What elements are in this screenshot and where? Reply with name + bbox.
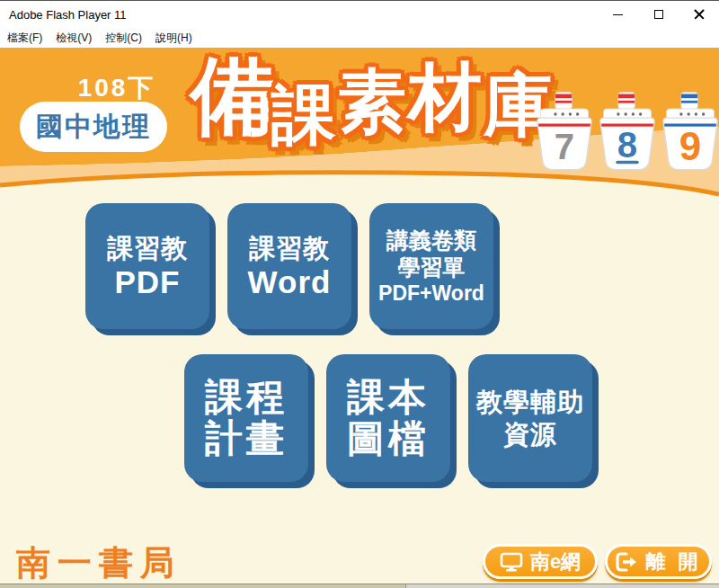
minimize-button[interactable]	[598, 1, 638, 28]
publisher-logo: 南一書局	[16, 540, 182, 586]
logo-char: 備	[191, 49, 275, 142]
button-label: 圖檔	[347, 418, 430, 459]
grade-ships: 7 8	[536, 87, 719, 172]
button-label: PDF+Word	[378, 281, 484, 307]
exit-label: 離 開	[645, 548, 701, 575]
menu-help[interactable]: 說明(H)	[155, 31, 192, 46]
close-icon	[694, 9, 705, 20]
button-label: Word	[248, 264, 332, 300]
button-teaching-aid-resources[interactable]: 教學輔助 資源	[468, 354, 592, 482]
button-label: 課本	[347, 377, 430, 418]
ship-number-8: 8	[617, 125, 637, 165]
button-label: 計畫	[205, 418, 288, 459]
maximize-button[interactable]	[638, 1, 679, 28]
ship-number-7: 7	[555, 127, 574, 167]
button-label: 課習教	[249, 232, 330, 264]
exit-button[interactable]: 離 開	[605, 544, 712, 579]
menu-bar: 檔案(F) 檢視(V) 控制(C) 說明(H)	[0, 28, 719, 48]
nane-web-label: 南e網	[530, 548, 581, 575]
logo-char: 素	[338, 64, 406, 139]
title-bar: Adobe Flash Player 11	[0, 1, 719, 28]
button-label: 課程	[205, 377, 288, 418]
subject-label: 國中地理	[36, 109, 151, 146]
button-label: 教學輔助	[476, 386, 584, 418]
semester-label: 108下	[54, 71, 180, 105]
minimize-icon	[613, 14, 623, 15]
subject-pill: 國中地理	[20, 102, 167, 152]
ship-number-9: 9	[679, 124, 701, 168]
logo-char: 課	[271, 80, 336, 151]
bottom-edge-strip-left	[0, 584, 406, 588]
app-window: Adobe Flash Player 11 檔案(F) 檢視(V) 控制(C) …	[0, 0, 719, 588]
logo-char: 材	[408, 57, 482, 138]
exit-icon	[615, 551, 638, 573]
close-button[interactable]	[679, 1, 719, 28]
button-kexi-pdf[interactable]: 課習教 PDF	[85, 203, 209, 329]
button-label: 資源	[503, 418, 557, 450]
window-controls	[598, 1, 719, 28]
button-handout-worksheets[interactable]: 講義卷類 學習單 PDF+Word	[369, 203, 493, 329]
button-label: 學習單	[398, 254, 466, 281]
ship-8-underline	[616, 161, 639, 165]
ship-grade-8[interactable]: 8	[599, 87, 656, 170]
bottom-edge-strip	[0, 584, 719, 588]
flash-stage: 108下 國中地理 備 課 素 材 庫 7	[0, 48, 719, 588]
button-label: PDF	[115, 264, 181, 300]
button-curriculum-plan[interactable]: 課程 計畫	[184, 354, 308, 482]
maximize-icon	[654, 10, 663, 19]
button-textbook-images[interactable]: 課本 圖檔	[326, 354, 450, 482]
ship-grade-9[interactable]: 9	[661, 87, 719, 170]
ship-grade-7[interactable]: 7	[536, 87, 593, 170]
button-label: 講義卷類	[386, 227, 476, 254]
button-label: 課習教	[107, 232, 188, 264]
menu-control[interactable]: 控制(C)	[105, 31, 142, 46]
nane-web-button[interactable]: 南e網	[483, 544, 598, 579]
window-title: Adobe Flash Player 11	[9, 8, 127, 22]
app-logo-title: 備 課 素 材 庫	[191, 49, 550, 151]
monitor-icon	[500, 552, 523, 572]
button-kexi-word[interactable]: 課習教 Word	[227, 203, 351, 329]
menu-view[interactable]: 檢視(V)	[56, 31, 92, 46]
menu-file[interactable]: 檔案(F)	[7, 31, 42, 46]
